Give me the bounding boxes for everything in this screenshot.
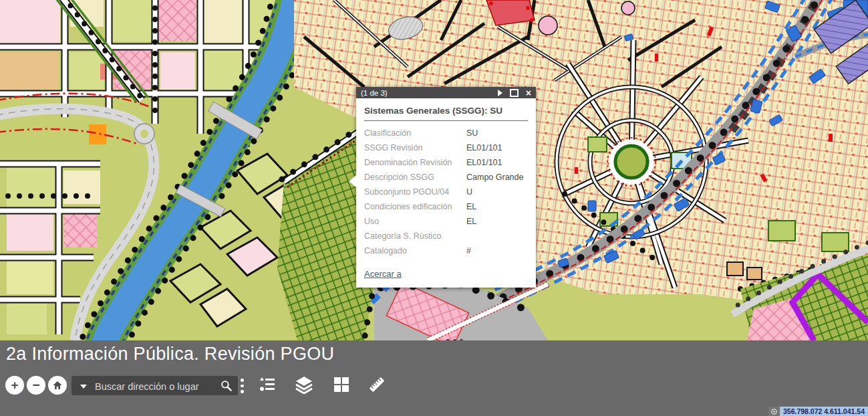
attribute-row: Subconjunto PGOU/04U [364, 185, 528, 199]
coordinate-readout: 356.798.072 4.611.041.54 [780, 407, 868, 416]
attribute-row: Descripción SSGGCampo Grande [364, 170, 528, 185]
search-widget [71, 376, 238, 395]
attribute-row: Catalogado# [364, 243, 528, 258]
search-source-chevron-down-icon[interactable] [80, 385, 87, 389]
popup-body: Sistemas Generales (SSGG): SU Clasificac… [356, 98, 536, 288]
popup-maximize-icon[interactable] [510, 89, 519, 97]
popup-header: (1 de 3) × [356, 87, 536, 98]
search-input[interactable] [94, 376, 211, 397]
zoom-out-button[interactable]: − [27, 376, 45, 395]
measure-icon[interactable] [368, 375, 386, 394]
attribute-list: ClasificaciónSU SSGG RevisiónEL01/101 De… [364, 126, 528, 258]
popup-close-icon[interactable]: × [526, 90, 531, 96]
search-icon[interactable] [220, 379, 233, 392]
attribute-row: SSGG RevisiónEL01/101 [364, 140, 528, 155]
layers-icon[interactable] [295, 375, 313, 394]
attribute-row: ClasificaciónSU [364, 126, 528, 140]
app-title: 2a Información Pública. Revisión PGOU [6, 344, 334, 365]
roundabout [607, 138, 656, 186]
popup-separator [364, 120, 528, 121]
home-button[interactable] [48, 376, 67, 395]
crosshair-icon[interactable] [768, 407, 780, 416]
home-icon [52, 380, 63, 391]
attribute-row: Condiciones edificaciónEL [364, 199, 528, 214]
popup-next-feature-icon[interactable] [498, 90, 502, 96]
app-window: (1 de 3) × Sistemas Generales (SSGG): SU… [0, 0, 868, 416]
basemap-gallery-icon[interactable] [332, 375, 351, 394]
footer-bar: 2a Información Pública. Revisión PGOU + … [0, 340, 868, 416]
legend-icon[interactable] [258, 375, 277, 394]
popup-zoom-to-link[interactable]: Acercar a [364, 269, 402, 279]
attribute-row: Categoría S. Rústico [364, 229, 528, 243]
attribute-row: Denominación RevisiónEL01/101 [364, 155, 528, 170]
popup-title: Sistemas Generales (SSGG): SU [364, 106, 528, 116]
feature-popup: (1 de 3) × Sistemas Generales (SSGG): SU… [356, 87, 536, 288]
zoom-in-button[interactable]: + [5, 376, 24, 395]
popup-anchor-pointer [349, 175, 356, 187]
attribute-row: UsoEL [364, 214, 528, 229]
more-tools-menu-icon[interactable] [241, 379, 245, 396]
popup-pagination: (1 de 3) [361, 89, 388, 97]
coordinate-widget[interactable]: 356.798.072 4.611.041.54 [768, 407, 868, 416]
